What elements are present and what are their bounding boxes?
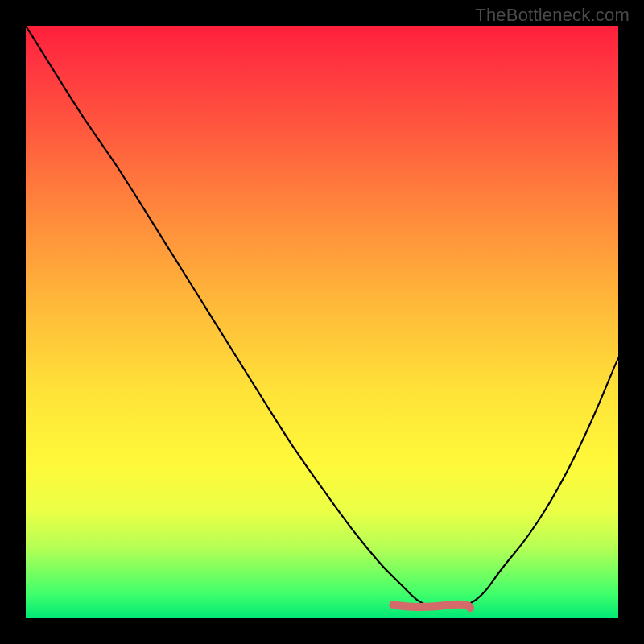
watermark-text: TheBottleneck.com — [475, 5, 630, 26]
chart-frame: TheBottleneck.com — [0, 0, 644, 644]
gradient-plot-area — [26, 26, 618, 618]
bottleneck-curve — [26, 26, 618, 606]
curve-layer — [26, 26, 618, 618]
sweet-spot-marker — [393, 605, 470, 608]
